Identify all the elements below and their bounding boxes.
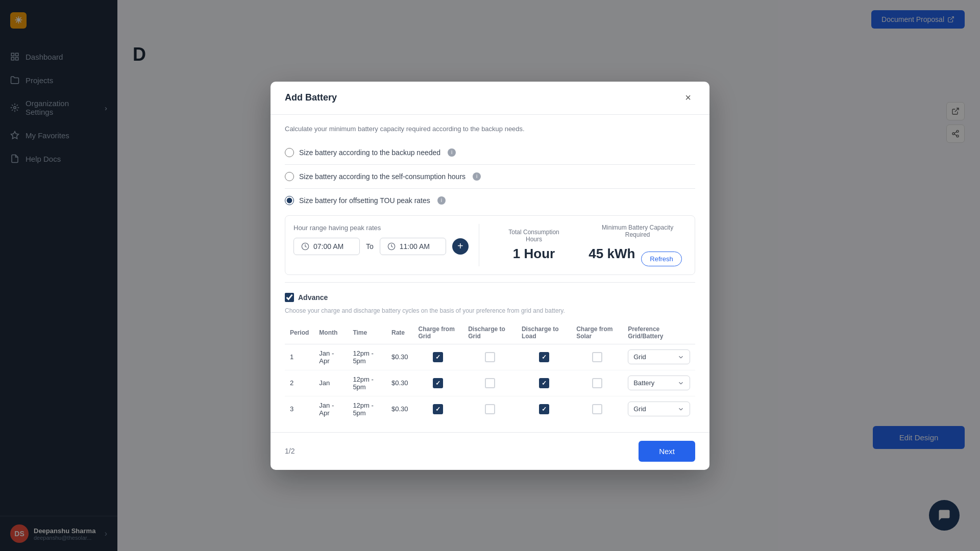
preference-value: Grid bbox=[633, 405, 646, 413]
charge-grid-checkbox[interactable] bbox=[433, 352, 443, 362]
modal-subtitle: Calculate your minimum battery capacity … bbox=[285, 125, 695, 133]
cell-charge-grid-checkbox bbox=[413, 370, 463, 396]
cell-month: Jan bbox=[314, 370, 348, 396]
capacity-value: 45 kWh bbox=[589, 246, 635, 262]
info-icon-tou[interactable]: i bbox=[437, 196, 446, 205]
consumption-label: Total Consumption Hours bbox=[500, 229, 568, 243]
discharge-grid-checkbox[interactable] bbox=[485, 404, 495, 414]
cell-time: 12pm - 5pm bbox=[348, 396, 386, 422]
to-time-value: 11:00 AM bbox=[400, 242, 430, 251]
refresh-button[interactable]: Refresh bbox=[641, 252, 682, 266]
cell-preference: Battery bbox=[623, 370, 695, 396]
cell-month: Jan - Apr bbox=[314, 396, 348, 422]
chevron-down-icon bbox=[677, 406, 684, 413]
advance-table: Period Month Time Rate Charge from Grid … bbox=[285, 321, 695, 422]
cell-charge-solar-checkbox bbox=[571, 370, 623, 396]
discharge-grid-checkbox[interactable] bbox=[485, 378, 495, 388]
cell-rate: $0.30 bbox=[386, 396, 413, 422]
clock-icon bbox=[301, 242, 309, 251]
time-range-row: 07:00 AM To 11:00 AM + bbox=[293, 238, 469, 255]
charge-grid-checkbox[interactable] bbox=[433, 404, 443, 414]
info-icon-self-consumption[interactable]: i bbox=[473, 172, 481, 181]
radio-option-backup[interactable]: Size battery according to the backup nee… bbox=[285, 141, 695, 165]
from-time-input[interactable]: 07:00 AM bbox=[293, 238, 360, 255]
tou-right: Total Consumption Hours 1 Hour Minimum B… bbox=[489, 224, 687, 266]
th-charge-solar: Charge from Solar bbox=[571, 321, 623, 344]
modal-body: Calculate your minimum battery capacity … bbox=[271, 115, 709, 432]
cell-period: 3 bbox=[285, 396, 314, 422]
charge-solar-checkbox[interactable] bbox=[592, 378, 602, 388]
table-header-row: Period Month Time Rate Charge from Grid … bbox=[285, 321, 695, 344]
from-time-value: 07:00 AM bbox=[313, 242, 344, 251]
tou-divider bbox=[479, 224, 479, 266]
th-discharge-grid: Discharge to Grid bbox=[463, 321, 517, 344]
preference-dropdown[interactable]: Grid bbox=[628, 402, 690, 416]
info-icon-backup[interactable]: i bbox=[448, 148, 456, 157]
consumption-value: 1 Hour bbox=[500, 246, 568, 262]
cell-rate: $0.30 bbox=[386, 370, 413, 396]
discharge-load-checkbox[interactable] bbox=[539, 378, 549, 388]
preference-value: Battery bbox=[633, 379, 654, 387]
clock-icon bbox=[387, 242, 396, 251]
cell-discharge-load-checkbox bbox=[517, 370, 571, 396]
total-consumption-block: Total Consumption Hours 1 Hour bbox=[500, 229, 568, 262]
th-rate: Rate bbox=[386, 321, 413, 344]
discharge-load-checkbox[interactable] bbox=[539, 404, 549, 414]
cell-preference: Grid bbox=[623, 396, 695, 422]
modal-close-button[interactable]: × bbox=[681, 91, 695, 105]
preference-dropdown[interactable]: Grid bbox=[628, 349, 690, 364]
modal-title: Add Battery bbox=[285, 92, 337, 103]
charge-solar-checkbox[interactable] bbox=[592, 352, 602, 362]
radio-self-consumption[interactable] bbox=[285, 172, 294, 181]
table-row: 1Jan - Apr12pm - 5pm$0.30Grid bbox=[285, 344, 695, 370]
radio-backup[interactable] bbox=[285, 148, 294, 157]
preference-dropdown[interactable]: Battery bbox=[628, 375, 690, 390]
cell-month: Jan - Apr bbox=[314, 344, 348, 370]
to-time-input[interactable]: 11:00 AM bbox=[380, 238, 446, 255]
radio-option-tou[interactable]: Size battery for offsetting TOU peak rat… bbox=[285, 189, 695, 283]
tou-section: Hour range having peak rates 07:00 AM To… bbox=[285, 215, 695, 275]
cell-rate: $0.30 bbox=[386, 344, 413, 370]
th-time: Time bbox=[348, 321, 386, 344]
th-period: Period bbox=[285, 321, 314, 344]
cell-charge-grid-checkbox bbox=[413, 396, 463, 422]
advance-header: Advance bbox=[285, 293, 695, 302]
table-row: 2Jan12pm - 5pm$0.30Battery bbox=[285, 370, 695, 396]
charge-solar-checkbox[interactable] bbox=[592, 404, 602, 414]
radio-tou-label: Size battery for offsetting TOU peak rat… bbox=[299, 196, 430, 205]
cell-discharge-grid-checkbox bbox=[463, 370, 517, 396]
chevron-down-icon bbox=[677, 380, 684, 387]
tou-range-label: Hour range having peak rates bbox=[293, 224, 469, 232]
cell-preference: Grid bbox=[623, 344, 695, 370]
preference-value: Grid bbox=[633, 353, 646, 361]
advance-subtitle: Choose your charge and discharge battery… bbox=[285, 307, 695, 314]
chevron-down-icon bbox=[677, 354, 684, 361]
discharge-grid-checkbox[interactable] bbox=[485, 352, 495, 362]
cell-discharge-grid-checkbox bbox=[463, 396, 517, 422]
advance-checkbox[interactable] bbox=[285, 293, 294, 302]
modal-header: Add Battery × bbox=[271, 82, 709, 115]
min-capacity-block: Minimum Battery Capacity Required 45 kWh… bbox=[589, 224, 687, 266]
radio-backup-label: Size battery according to the backup nee… bbox=[299, 148, 440, 157]
next-button[interactable]: Next bbox=[639, 441, 695, 462]
radio-option-self-consumption[interactable]: Size battery according to the self-consu… bbox=[285, 165, 695, 189]
advance-label: Advance bbox=[298, 293, 328, 302]
th-preference: Preference Grid/Battery bbox=[623, 321, 695, 344]
stats-area: Total Consumption Hours 1 Hour Minimum B… bbox=[489, 224, 687, 266]
discharge-load-checkbox[interactable] bbox=[539, 352, 549, 362]
cell-discharge-load-checkbox bbox=[517, 344, 571, 370]
th-month: Month bbox=[314, 321, 348, 344]
charge-grid-checkbox[interactable] bbox=[433, 378, 443, 388]
add-range-button[interactable]: + bbox=[452, 238, 469, 255]
radio-tou[interactable] bbox=[285, 196, 294, 205]
cell-discharge-load-checkbox bbox=[517, 396, 571, 422]
th-discharge-load: Discharge to Load bbox=[517, 321, 571, 344]
table-row: 3Jan - Apr12pm - 5pm$0.30Grid bbox=[285, 396, 695, 422]
advance-section: Advance Choose your charge and discharge… bbox=[285, 293, 695, 422]
capacity-label: Minimum Battery Capacity Required bbox=[589, 224, 687, 238]
to-label: To bbox=[366, 242, 374, 251]
cell-charge-grid-checkbox bbox=[413, 344, 463, 370]
add-battery-modal: Add Battery × Calculate your minimum bat… bbox=[271, 82, 709, 470]
cell-charge-solar-checkbox bbox=[571, 344, 623, 370]
modal-overlay: Add Battery × Calculate your minimum bat… bbox=[0, 0, 980, 551]
